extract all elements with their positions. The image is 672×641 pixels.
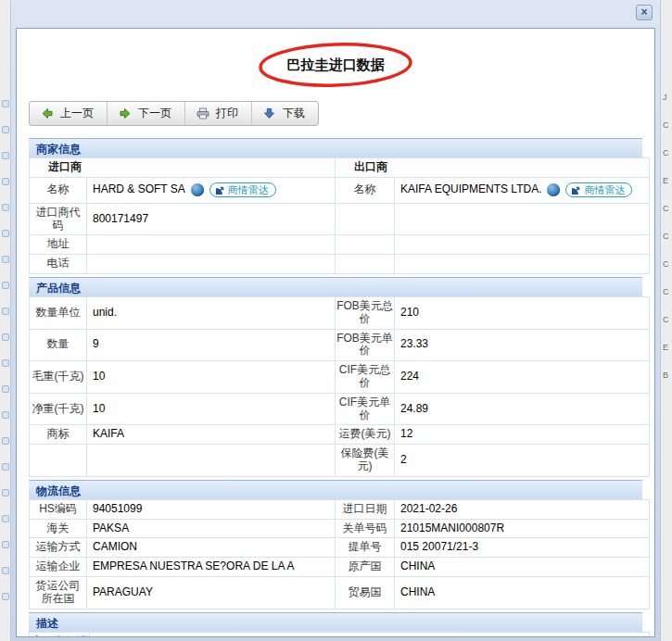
radar-badge-button[interactable]: 商情雷达 [209,182,276,197]
field-value: 12 [395,425,650,445]
field-label: 净重(千克) [30,393,87,425]
field-label [336,235,395,255]
globe-icon[interactable] [191,183,204,196]
background-mini-icon [2,489,9,496]
field-label: 运输方式 [30,538,87,558]
field-label: 名称 [30,177,87,203]
background-text-fragment: E [663,176,668,185]
field-value: PAKSA [87,519,336,538]
table-row: 产品详细描述LINEAS LED MUEBLE(LUCES LED QUE VA… [30,632,650,637]
field-value: CHINA [395,576,650,609]
field-value: 210 [395,296,650,329]
background-mini-icon [2,463,9,471]
next-page-button[interactable]: 下一页 [108,102,185,125]
exporter-name: KAIFA EQUIPMENTS LTDA. [400,183,541,196]
table-row: 货运公司所在国PARAGUAY贸易国CHINA [30,576,650,609]
background-mini-icon [2,593,9,600]
table-row: 毛重(千克)10CIF美元总价224 [30,361,650,394]
description-table: 产品详细描述LINEAS LED MUEBLE(LUCES LED QUE VA… [29,632,650,637]
field-label: 数量 [30,329,87,361]
table-row: 海关PAKSA关单号码21015MANI000807R [30,519,650,538]
arrow-down-icon [263,107,276,119]
field-label: 原产国 [336,558,395,577]
product-section-header: 产品信息 [29,277,642,296]
background-mini-icon [2,256,9,263]
field-value: unid. [87,296,336,329]
globe-icon[interactable] [547,183,560,196]
close-icon[interactable]: × [636,5,653,20]
background-mini-icon [2,385,9,393]
download-label: 下载 [283,106,305,121]
print-label: 打印 [216,106,238,121]
field-label: 货运公司所在国 [30,576,87,609]
field-value: 21015MANI000807R [395,519,650,538]
importer-phone [87,255,336,274]
field-value [395,203,650,235]
field-label: 电话 [30,255,87,274]
background-text-fragment: C [663,315,669,324]
product-table-body: 数量单位unid.FOB美元总价210数量9FOB美元单价23.33毛重(千克)… [30,296,650,476]
background-text-fragment: C [663,120,669,130]
table-row: 保险费(美元)2 [30,445,650,477]
background-mini-icon [2,333,9,341]
field-value: KAIFA [87,425,336,445]
background-text-fragment: C [663,148,669,157]
importer-name-cell: HARD & SOFT SA 商情雷达 [87,177,336,203]
table-row: 数量单位unid.FOB美元总价210 [30,296,650,329]
field-value: 9 [87,329,336,361]
background-mini-icon [2,411,9,419]
field-label: 运输企业 [30,558,87,577]
field-label: 产品详细描述 [30,632,90,637]
field-value: 24.89 [395,393,650,425]
background-text-fragment: J [663,93,667,102]
importer-header: 进口商 [30,158,336,178]
table-row: 进口商 出口商 [30,158,650,178]
field-value [395,235,650,255]
print-button[interactable]: 打印 [185,102,252,125]
background-text-fragment: C [663,232,669,241]
field-value: PARAGUAY [87,576,336,609]
field-value: 23.33 [395,329,650,361]
table-row: 电话 [30,255,650,274]
description-table-body: 产品详细描述LINEAS LED MUEBLE(LUCES LED QUE VA… [30,632,650,637]
importer-address [87,235,336,255]
field-value: 94051099 [87,499,336,519]
field-label: 贸易国 [336,576,395,609]
merchant-table: 进口商 出口商 名称 HARD & SOFT SA 商情雷达 [29,157,650,274]
table-row: HS编码94051099进口日期2021-02-26 [30,499,650,519]
page-heading: 巴拉圭进口数据 [29,51,642,79]
background-text-fragment: C [663,259,669,269]
field-label: 进口日期 [336,499,395,519]
field-label: CIF美元总价 [336,361,395,394]
field-value: 2 [395,445,650,477]
background-mini-icon [2,282,9,289]
arrow-left-icon [41,107,54,119]
radar-icon [571,185,581,195]
field-value: CAMION [87,538,336,558]
background-mini-icon [2,359,9,367]
field-label: 数量单位 [30,296,87,329]
field-label: FOB美元单价 [336,329,395,361]
pager-toolbar: 上一页 下一页 打印 [29,101,319,126]
exporter-name-cell: KAIFA EQUIPMENTS LTDA. 商情雷达 [395,177,650,203]
field-value: CHINA [395,558,650,577]
field-value: EMPRESA NUESTRA SE?ORA DE LA A [87,558,336,577]
background-mini-icon [2,541,9,548]
importer-code: 800171497 [87,203,336,235]
logistics-table: HS编码94051099进口日期2021-02-26海关PAKSA关单号码210… [29,499,650,610]
background-text-fragment: E [663,343,668,352]
background-page-left-sliver [0,0,11,641]
radar-icon [215,185,225,195]
prev-page-button[interactable]: 上一页 [30,102,108,125]
field-value: 10 [87,393,336,425]
table-row: 净重(千克)10CIF美元单价24.89 [30,393,650,425]
radar-badge-button[interactable]: 商情雷达 [565,182,632,197]
field-label: 关单号码 [336,519,395,538]
field-label: HS编码 [30,499,87,519]
download-button[interactable]: 下载 [252,102,318,125]
import-data-dialog: × 巴拉圭进口数据 上一页 下一页 [11,0,660,641]
logistics-section: 物流信息 HS编码94051099进口日期2021-02-26海关PAKSA关单… [29,480,642,610]
printer-icon [197,107,209,119]
merchant-section-header: 商家信息 [29,138,642,157]
table-row: 运输方式CAMION提单号015 20071/21-3 [30,538,650,558]
